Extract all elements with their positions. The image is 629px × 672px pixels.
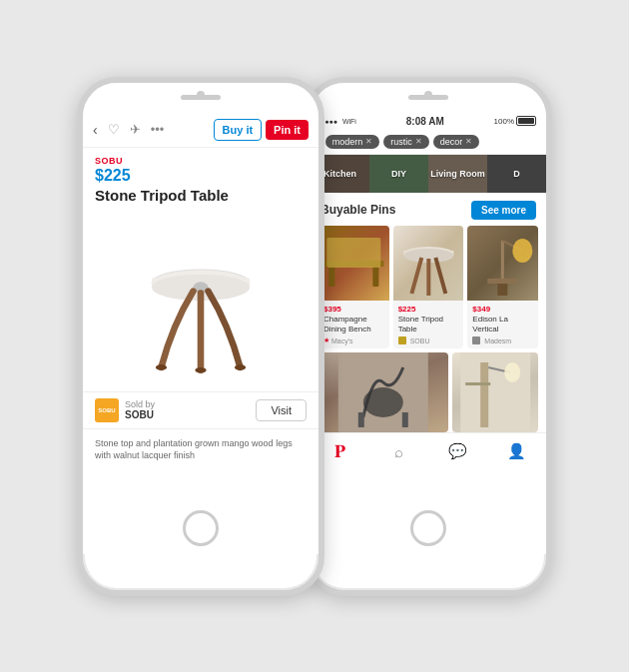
buy-it-button[interactable]: Buy it [214, 119, 263, 141]
bottom-photos-row [311, 348, 546, 432]
svg-point-23 [363, 387, 403, 417]
left-phone-top [83, 83, 318, 113]
product-title: Stone Tripod Table [95, 187, 307, 204]
right-camera [424, 91, 432, 99]
pin-store-3: Madesm [472, 336, 533, 344]
right-phone: ●●●● WiFi 8:08 AM 100% ‹ modern ✕ [305, 77, 552, 596]
store-name-3: Madesm [484, 337, 511, 344]
pin-price-2: $225 [398, 305, 459, 314]
svg-rect-25 [402, 412, 408, 427]
svg-line-14 [411, 258, 421, 294]
product-brand: SOBU [95, 156, 307, 166]
right-phone-bottom [311, 502, 546, 554]
share-icon[interactable]: ✈ [130, 122, 141, 137]
battery-icon [516, 116, 536, 126]
pin-card-3[interactable]: $349 Edison La Vertical Madesm [467, 226, 538, 349]
seller-brand: SOBU [125, 409, 155, 420]
status-time: 8:08 AM [356, 116, 494, 127]
pin-store-1: ★ Macy's [323, 336, 384, 344]
store-name-1: Macy's [331, 337, 353, 344]
pin-price-3: $349 [472, 305, 533, 314]
svg-rect-26 [460, 352, 530, 432]
nav-chat-icon[interactable]: 💬 [443, 439, 473, 463]
sold-by-bar: SOBU Sold by SOBU Visit [83, 391, 318, 429]
sobu-logo: SOBU [95, 398, 119, 422]
store-name-2: SOBU [410, 337, 430, 344]
pin-name-1: Champagne Dining Bench [323, 315, 384, 336]
svg-point-5 [235, 364, 246, 370]
status-signal: ●●●● WiFi [320, 118, 356, 125]
heart-icon[interactable]: ♡ [108, 122, 120, 137]
right-home-button[interactable] [410, 510, 446, 546]
pin-card-1[interactable]: $395 Champagne Dining Bench ★ Macy's [318, 226, 389, 349]
sold-by-label: Sold by [125, 399, 155, 409]
left-phone-bottom [83, 502, 318, 554]
cat-livingroom-tab[interactable]: Living Room [428, 155, 487, 193]
nav-search-icon[interactable]: ⌕ [384, 439, 414, 463]
pin-name-2: Stone Tripod Table [398, 315, 459, 336]
battery-fill [518, 118, 534, 124]
left-home-button[interactable] [183, 510, 219, 546]
svg-line-15 [435, 258, 445, 294]
left-screen: ‹ ♡ ✈ ••• Buy it Pin it SOBU $225 Stone … [83, 113, 318, 502]
left-camera [197, 91, 205, 99]
more-dots-icon[interactable]: ••• [151, 122, 165, 137]
pin-price-1: $395 [323, 305, 384, 314]
svg-rect-28 [465, 382, 490, 385]
nav-profile-icon[interactable]: 👤 [502, 439, 532, 463]
status-bar: ●●●● WiFi 8:08 AM 100% [311, 113, 546, 130]
pin-name-3: Edison La Vertical [472, 315, 533, 336]
pin-card-2[interactable]: $225 Stone Tripod Table SOBU [393, 226, 464, 349]
category-tabs: Kitchen DIY Living Room D [311, 155, 546, 193]
status-battery: 100% [494, 116, 536, 126]
right-phone-top [311, 83, 546, 113]
svg-point-4 [156, 364, 167, 370]
pin-store-2: SOBU [398, 336, 459, 344]
pin-info-1: $395 Champagne Dining Bench ★ Macy's [318, 301, 389, 349]
tag-rustic-close-icon[interactable]: ✕ [415, 137, 422, 146]
battery-percent: 100% [494, 117, 514, 126]
svg-rect-27 [480, 362, 488, 427]
nav-icons: ‹ ♡ ✈ ••• [93, 122, 214, 138]
bottom-pin-left[interactable] [318, 352, 448, 432]
bottom-nav: 𝐏 ⌕ 💬 👤 [311, 432, 546, 469]
tag-modern[interactable]: modern ✕ [325, 135, 380, 149]
buyable-pins-header: Buyable Pins See more [311, 193, 546, 226]
product-description: Stone top and plantation grown mango woo… [83, 429, 318, 470]
svg-point-30 [504, 362, 520, 382]
tag-rustic[interactable]: rustic ✕ [383, 135, 429, 149]
back-chevron-icon[interactable]: ‹ [93, 122, 98, 138]
svg-point-6 [195, 366, 206, 372]
svg-rect-24 [358, 412, 364, 427]
tripod-table-image [131, 222, 271, 381]
svg-rect-8 [328, 267, 334, 287]
nav-pinterest-icon[interactable]: 𝐏 [325, 439, 355, 463]
cat-diy-tab[interactable]: DIY [369, 155, 428, 193]
phones-container: ‹ ♡ ✈ ••• Buy it Pin it SOBU $225 Stone … [77, 77, 552, 596]
pin-image-2 [393, 226, 464, 301]
tag-decor[interactable]: decor ✕ [433, 135, 480, 149]
pin-info-3: $349 Edison La Vertical Madesm [467, 301, 538, 349]
tag-modern-close-icon[interactable]: ✕ [365, 137, 372, 146]
svg-rect-9 [372, 267, 378, 287]
pin-image-3 [467, 226, 538, 301]
cat-more-tab[interactable]: D [487, 155, 546, 193]
sold-by-info: Sold by SOBU [125, 399, 155, 420]
pin-info-2: $225 Stone Tripod Table SOBU [393, 301, 464, 349]
visit-button[interactable]: Visit [256, 399, 307, 421]
product-image-area [83, 212, 318, 391]
pin-it-button[interactable]: Pin it [266, 120, 309, 140]
buyable-pins-title: Buyable Pins [320, 203, 395, 217]
left-phone: ‹ ♡ ✈ ••• Buy it Pin it SOBU $225 Stone … [77, 77, 324, 596]
see-more-button[interactable]: See more [471, 201, 536, 220]
left-nav-bar: ‹ ♡ ✈ ••• Buy it Pin it [83, 113, 318, 148]
tag-decor-close-icon[interactable]: ✕ [465, 137, 472, 146]
svg-point-21 [513, 239, 533, 263]
pins-grid: $395 Champagne Dining Bench ★ Macy's [311, 226, 546, 349]
product-price: $225 [95, 167, 307, 185]
product-info: SOBU $225 Stone Tripod Table [83, 148, 318, 212]
search-tags-bar: ‹ modern ✕ rustic ✕ decor ✕ [311, 130, 546, 155]
right-screen: ●●●● WiFi 8:08 AM 100% ‹ modern ✕ [311, 113, 546, 502]
bottom-pin-right[interactable] [452, 352, 538, 432]
store-badge-icon-3 [472, 336, 480, 344]
